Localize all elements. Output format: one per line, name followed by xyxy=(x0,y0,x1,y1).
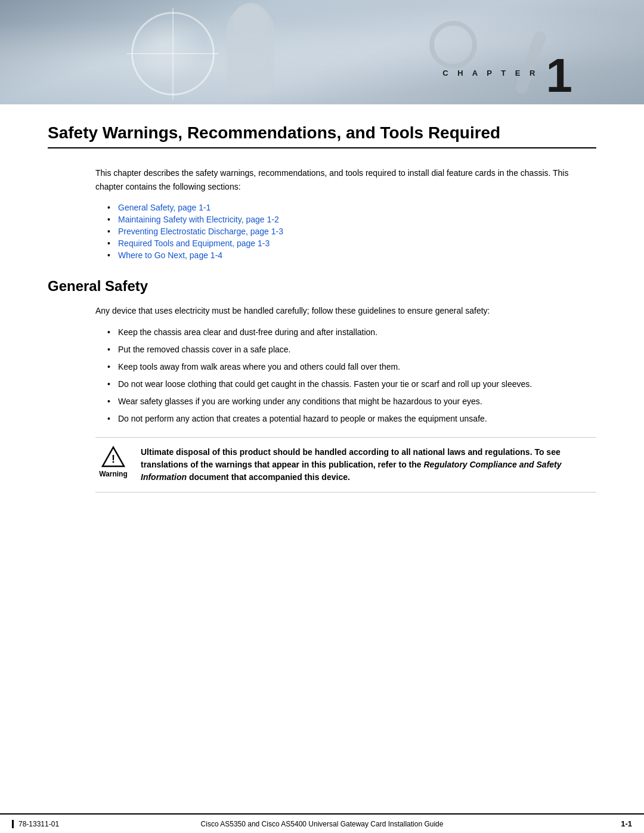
footer-doc-title: Cisco AS5350 and Cisco AS5400 Universal … xyxy=(167,820,477,828)
bullet-item-6: Do not perform any action that creates a… xyxy=(107,413,596,425)
title-divider xyxy=(48,147,596,148)
header-globe-graphic xyxy=(131,12,215,95)
bullet-item-1: Keep the chassis area clear and dust-fre… xyxy=(107,326,596,339)
toc-item-2[interactable]: Maintaining Safety with Electricity, pag… xyxy=(107,215,596,224)
toc-item-4[interactable]: Required Tools and Equipment, page 1-3 xyxy=(107,239,596,248)
page-footer: 78-13311-01 Cisco AS5350 and Cisco AS540… xyxy=(0,813,644,833)
toc-item-3[interactable]: Preventing Electrostatic Discharge, page… xyxy=(107,227,596,236)
toc-list: General Safety, page 1-1 Maintaining Saf… xyxy=(107,203,596,260)
footer-doc-number: 78-13311-01 xyxy=(12,820,167,828)
general-safety-intro: Any device that uses electricity must be… xyxy=(95,304,596,317)
toc-item-5[interactable]: Where to Go Next, page 1-4 xyxy=(107,250,596,260)
toc-link-2[interactable]: Maintaining Safety with Electricity, pag… xyxy=(118,215,279,224)
chapter-label: C H A P T E R xyxy=(442,69,538,78)
warning-text: Ultimate disposal of this product should… xyxy=(141,446,596,484)
toc-link-1[interactable]: General Safety, page 1-1 xyxy=(118,203,210,212)
toc-item-1[interactable]: General Safety, page 1-1 xyxy=(107,203,596,212)
general-safety-bullets: Keep the chassis area clear and dust-fre… xyxy=(107,326,596,425)
bullet-item-3: Keep tools away from walk areas where yo… xyxy=(107,361,596,373)
content-wrapper: Safety Warnings, Recommendations, and To… xyxy=(0,122,644,540)
warning-icon-col: ! Warning xyxy=(95,446,131,478)
toc-link-3[interactable]: Preventing Electrostatic Discharge, page… xyxy=(118,227,283,236)
chapter-number: 1 xyxy=(546,52,573,100)
bullet-item-4: Do not wear loose clothing that could ge… xyxy=(107,378,596,391)
warning-label: Warning xyxy=(99,470,128,478)
section-heading-general-safety: General Safety xyxy=(48,278,596,295)
bullet-item-2: Put the removed chassis cover in a safe … xyxy=(107,343,596,356)
bullet-item-5: Wear safety glasses if you are working u… xyxy=(107,395,596,408)
chapter-header: C H A P T E R 1 xyxy=(0,0,644,104)
warning-text-end: document that accompanied this device. xyxy=(187,472,350,482)
warning-triangle-icon: ! xyxy=(101,446,125,467)
svg-text:!: ! xyxy=(112,453,115,465)
warning-box: ! Warning Ultimate disposal of this prod… xyxy=(95,437,596,493)
footer-page-number: 1-1 xyxy=(477,819,632,828)
chapter-title: Safety Warnings, Recommendations, and To… xyxy=(48,122,596,144)
chapter-label-area: C H A P T E R 1 xyxy=(442,52,572,94)
toc-link-5[interactable]: Where to Go Next, page 1-4 xyxy=(118,250,222,260)
intro-paragraph: This chapter describes the safety warnin… xyxy=(95,166,596,193)
toc-link-4[interactable]: Required Tools and Equipment, page 1-3 xyxy=(118,239,270,248)
